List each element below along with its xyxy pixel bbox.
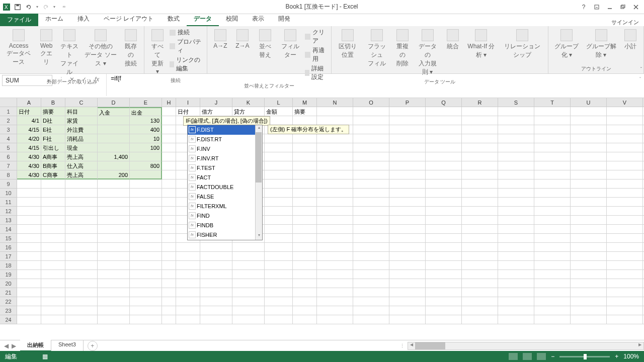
- cell[interactable]: 4/20: [17, 134, 41, 143]
- cell[interactable]: [571, 152, 607, 161]
- cell[interactable]: [498, 107, 534, 116]
- cell[interactable]: [293, 243, 317, 252]
- cell[interactable]: [293, 189, 317, 198]
- cell[interactable]: [130, 225, 162, 234]
- cell[interactable]: 借方: [200, 107, 232, 116]
- cell[interactable]: [17, 216, 41, 225]
- column-header[interactable]: P: [389, 98, 426, 107]
- cell[interactable]: [65, 270, 98, 279]
- column-header[interactable]: J: [200, 98, 232, 107]
- cell[interactable]: [389, 189, 426, 198]
- cell[interactable]: [176, 261, 200, 270]
- cell[interactable]: [571, 134, 607, 143]
- cell[interactable]: [17, 315, 41, 324]
- row-header[interactable]: 1: [0, 107, 17, 116]
- cell[interactable]: [17, 270, 41, 279]
- cell[interactable]: [426, 306, 462, 315]
- cell[interactable]: [130, 234, 162, 243]
- column-header[interactable]: T: [534, 98, 571, 107]
- cell[interactable]: [317, 252, 353, 261]
- cell[interactable]: [232, 315, 265, 324]
- cell[interactable]: [462, 288, 498, 297]
- cell[interactable]: [176, 306, 200, 315]
- cell[interactable]: [426, 107, 462, 116]
- close-icon[interactable]: [630, 2, 642, 12]
- cell[interactable]: [571, 297, 607, 306]
- cell[interactable]: [162, 170, 176, 179]
- cell[interactable]: [426, 125, 462, 134]
- collapse-ribbon-icon[interactable]: ˇ: [640, 67, 642, 72]
- cell[interactable]: [98, 297, 130, 306]
- cell[interactable]: [607, 261, 643, 270]
- cell[interactable]: [389, 306, 426, 315]
- cell[interactable]: [389, 297, 426, 306]
- tab-開発[interactable]: 開発: [271, 13, 297, 26]
- cell[interactable]: [200, 306, 232, 315]
- cell[interactable]: [265, 243, 293, 252]
- cell[interactable]: [130, 216, 162, 225]
- cell[interactable]: [498, 243, 534, 252]
- cell[interactable]: [265, 134, 293, 143]
- cell[interactable]: [41, 243, 65, 252]
- cell[interactable]: [534, 189, 571, 198]
- select-all-corner[interactable]: [0, 98, 17, 107]
- cell[interactable]: C商事: [41, 170, 65, 179]
- cell[interactable]: [353, 207, 389, 216]
- cell[interactable]: [389, 270, 426, 279]
- cell[interactable]: [130, 279, 162, 288]
- cell[interactable]: [293, 152, 317, 161]
- cell[interactable]: [98, 234, 130, 243]
- cell[interactable]: [426, 225, 462, 234]
- cell[interactable]: [462, 161, 498, 170]
- scrollbar-thumb[interactable]: [256, 132, 262, 183]
- cell[interactable]: [498, 198, 534, 207]
- cell[interactable]: [571, 125, 607, 134]
- cell[interactable]: [317, 152, 353, 161]
- column-header[interactable]: K: [232, 98, 265, 107]
- tab-数式[interactable]: 数式: [160, 13, 187, 26]
- ribbon-button[interactable]: What-If 分析 ▾: [465, 28, 498, 60]
- cell[interactable]: [607, 288, 643, 297]
- tab-file[interactable]: ファイル: [0, 14, 38, 26]
- cell[interactable]: [130, 179, 162, 189]
- cell[interactable]: [571, 252, 607, 261]
- cell[interactable]: [65, 252, 98, 261]
- cell[interactable]: [17, 306, 41, 315]
- cell[interactable]: [571, 234, 607, 243]
- undo-icon[interactable]: [25, 4, 32, 11]
- cell[interactable]: [462, 143, 498, 152]
- signin-link[interactable]: サインイン: [611, 19, 644, 26]
- cell[interactable]: [65, 243, 98, 252]
- cell[interactable]: [65, 234, 98, 243]
- cell[interactable]: [232, 306, 265, 315]
- cell[interactable]: [462, 170, 498, 179]
- cell[interactable]: [200, 270, 232, 279]
- cell[interactable]: [607, 270, 643, 279]
- ribbon-button[interactable]: データの入力規則 ▾: [415, 28, 441, 77]
- cell[interactable]: 消耗品: [65, 134, 98, 143]
- cell[interactable]: [534, 143, 571, 152]
- cell[interactable]: [293, 225, 317, 234]
- cell[interactable]: [98, 315, 130, 324]
- horizontal-scrollbar[interactable]: ◀ ▶: [408, 342, 644, 350]
- cell[interactable]: [130, 297, 162, 306]
- cell[interactable]: [534, 216, 571, 225]
- cell[interactable]: [389, 243, 426, 252]
- cell[interactable]: 130: [130, 116, 162, 125]
- cell[interactable]: [176, 270, 200, 279]
- cell[interactable]: [389, 279, 426, 288]
- row-header[interactable]: 24: [0, 315, 17, 324]
- row-header[interactable]: 23: [0, 306, 17, 315]
- cell[interactable]: [130, 261, 162, 270]
- cell[interactable]: [389, 125, 426, 134]
- tab-ホーム[interactable]: ホーム: [38, 13, 70, 26]
- cell[interactable]: [389, 207, 426, 216]
- cell[interactable]: [317, 297, 353, 306]
- cell[interactable]: [498, 116, 534, 125]
- cell[interactable]: 4/30: [17, 161, 41, 170]
- cell[interactable]: [317, 306, 353, 315]
- name-box[interactable]: SUM: [2, 75, 52, 86]
- cell[interactable]: [498, 261, 534, 270]
- zoom-level[interactable]: 100%: [623, 353, 639, 360]
- cell[interactable]: [17, 225, 41, 234]
